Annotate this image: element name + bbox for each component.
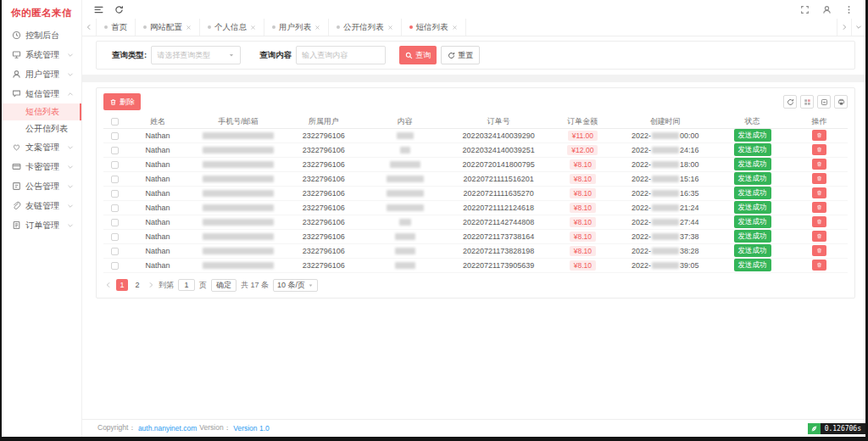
row-checkbox[interactable] (111, 161, 119, 169)
blurred-phone (203, 204, 274, 211)
checkbox-cell (103, 229, 125, 243)
thinkphp-leaf-icon[interactable] (808, 423, 821, 434)
search-content-input[interactable]: 输入查询内容 (296, 46, 386, 64)
main-area: 首页 网站配置 个人信息 用户列表 公开信列表 短信列表 查询类型: (82, 0, 865, 437)
status-cell: 发送成功 (714, 157, 791, 171)
row-checkbox[interactable] (111, 190, 119, 198)
row-delete-button[interactable] (812, 202, 826, 213)
per-page-select[interactable]: 10 条/页 (273, 279, 318, 292)
avatar-icon[interactable] (822, 5, 832, 14)
row-delete-button[interactable] (812, 245, 826, 256)
close-icon[interactable] (186, 25, 192, 31)
close-icon[interactable] (250, 25, 256, 31)
sidebar-item-friend-links[interactable]: 友链管理 (2, 196, 81, 215)
tab-site-config[interactable]: 网站配置 (136, 19, 200, 36)
action-cell (791, 157, 848, 171)
close-icon[interactable] (452, 25, 458, 31)
site-link[interactable]: auth.nanyinet.com (138, 424, 197, 433)
chevron-down-icon (67, 52, 74, 59)
sidebar-item-sms[interactable]: 短信管理 (2, 84, 81, 103)
row-delete-button[interactable] (812, 173, 826, 184)
close-icon[interactable] (314, 25, 320, 31)
action-cell (791, 229, 848, 243)
sidebar-item-label: 公告管理 (25, 181, 67, 193)
row-checkbox[interactable] (111, 204, 119, 212)
reset-button[interactable]: 重置 (441, 46, 480, 64)
blurred-date (652, 219, 679, 226)
name-cell: Nathan (125, 157, 190, 171)
name-cell: Nathan (125, 258, 190, 272)
row-checkbox[interactable] (111, 132, 119, 140)
sidebar-item-system[interactable]: 系统管理 (2, 45, 81, 64)
content-cell (361, 200, 449, 215)
name-cell: Nathan (125, 243, 190, 258)
tool-export-icon[interactable] (817, 95, 831, 109)
tool-print-icon[interactable] (834, 95, 848, 109)
table-row: Nathan 2322796106 20220721112124618 ¥8.1… (103, 200, 848, 215)
topbar-left-icons (94, 5, 135, 14)
sidebar-item-copywriting[interactable]: 文案管理 (2, 137, 81, 157)
sidebar-item-announcements[interactable]: 公告管理 (2, 176, 81, 196)
select-all-checkbox[interactable] (111, 118, 119, 126)
sidebar-item-users[interactable]: 用户管理 (2, 64, 81, 84)
phone-cell (190, 142, 287, 157)
row-checkbox[interactable] (111, 219, 119, 226)
row-delete-button[interactable] (812, 187, 826, 198)
prev-page-icon[interactable] (105, 282, 112, 288)
row-checkbox[interactable] (111, 147, 119, 154)
sidebar-item-dashboard[interactable]: 控制后台 (2, 25, 81, 45)
row-delete-button[interactable] (812, 216, 826, 227)
page-button-2[interactable]: 2 (131, 279, 143, 291)
row-delete-button[interactable] (812, 130, 826, 141)
tabs-menu-icon[interactable] (851, 19, 865, 36)
page-numbers: 12 (116, 279, 143, 291)
checkbox-cell (103, 128, 125, 142)
row-delete-button[interactable] (812, 159, 826, 170)
row-checkbox[interactable] (111, 176, 119, 183)
version-link[interactable]: Version 1.0 (233, 424, 270, 433)
page-input[interactable]: 1 (178, 279, 195, 291)
tab-sms-list[interactable]: 短信列表 (402, 19, 466, 36)
search-button[interactable]: 查询 (399, 46, 437, 64)
tabs-scroll-right-icon[interactable] (837, 19, 851, 36)
row-checkbox[interactable] (111, 248, 119, 255)
trash-icon (816, 147, 822, 153)
monitor-icon (12, 50, 21, 59)
column-header: 订单号 (448, 115, 548, 128)
row-delete-button[interactable] (812, 231, 826, 242)
page-button-1[interactable]: 1 (116, 279, 128, 291)
blurred-phone (203, 132, 274, 139)
blurred-content (390, 161, 420, 168)
row-checkbox[interactable] (111, 233, 119, 241)
table-header-row: 姓名手机号/邮箱所属用户内容订单号订单金额创建时间状态操作 (103, 115, 848, 128)
row-checkbox[interactable] (111, 262, 119, 270)
delete-button[interactable]: 删除 (103, 93, 141, 110)
tab-user-list[interactable]: 用户列表 (264, 19, 329, 36)
time-cell: 2022-37:38 (617, 229, 714, 243)
refresh-icon[interactable] (114, 5, 124, 14)
sidebar-subitem-sms-list[interactable]: 短信列表 (2, 103, 81, 120)
close-icon[interactable] (387, 25, 393, 31)
next-page-icon[interactable] (147, 282, 154, 288)
owner-cell: 2322796106 (287, 215, 361, 229)
tool-columns-icon[interactable] (800, 95, 814, 109)
fullscreen-icon[interactable] (800, 5, 810, 14)
time-cell: 2022-18:00 (617, 157, 714, 171)
search-type-select[interactable]: 请选择查询类型 (151, 46, 241, 64)
tabs-scroll-left-icon[interactable] (82, 19, 97, 36)
tab-public-letter-list[interactable]: 公开信列表 (329, 19, 402, 36)
status-cell: 发送成功 (714, 171, 791, 186)
menu-fold-icon[interactable] (94, 5, 103, 14)
row-delete-button[interactable] (812, 144, 826, 155)
tab-profile[interactable]: 个人信息 (200, 19, 264, 36)
tool-refresh-icon[interactable] (783, 95, 797, 109)
row-delete-button[interactable] (812, 260, 826, 271)
sidebar-item-card-keys[interactable]: 卡密管理 (2, 157, 81, 176)
more-dots-icon[interactable] (844, 5, 854, 14)
blurred-content (395, 248, 415, 254)
sidebar-item-orders[interactable]: 订单管理 (2, 215, 81, 235)
tab-home[interactable]: 首页 (97, 19, 136, 36)
confirm-page-button[interactable]: 确定 (211, 279, 236, 292)
table-row: Nathan 2322796106 20220324140039251 ¥12.… (103, 142, 848, 157)
sidebar-subitem-public-letter-list[interactable]: 公开信列表 (2, 120, 81, 137)
